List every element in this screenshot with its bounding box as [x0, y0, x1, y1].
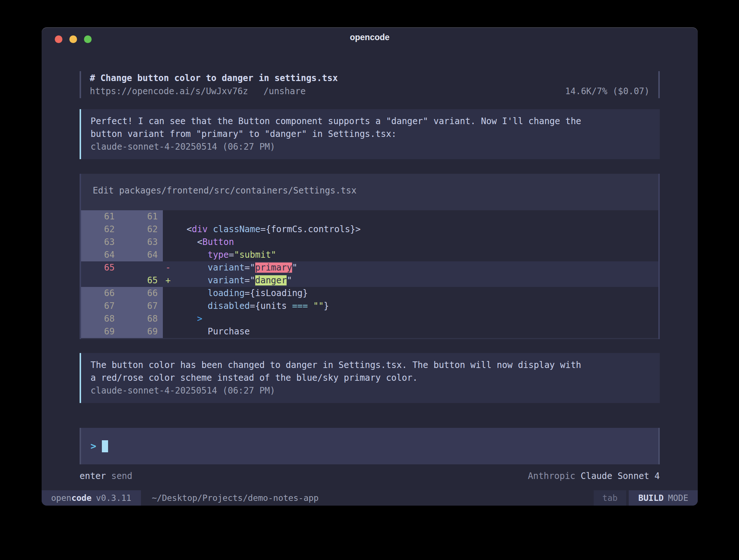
message-text: button variant from "primary" to "danger…	[91, 128, 651, 141]
message-text: Perfect! I can see that the Button compo…	[91, 115, 651, 128]
message-text: a red/rose color scheme instead of the b…	[91, 372, 651, 384]
session-header: # Change button color to danger in setti…	[80, 71, 660, 98]
diff-row: 6969 Purchase	[81, 325, 658, 338]
assistant-message: The button color has been changed to dan…	[80, 353, 660, 403]
share-url[interactable]: https://opencode.ai/s/UwJxv76z	[90, 85, 248, 98]
model-label: Claude Sonnet 4	[581, 470, 660, 482]
diff-row: 6464 type="submit"	[81, 249, 658, 261]
diff-rows: 61616262 <div className={formCs.controls…	[81, 210, 658, 338]
tab-key-hint: tab	[594, 490, 627, 506]
working-directory: ~/Desktop/Projects/demo-notes-app	[152, 490, 319, 506]
status-bar: opencodev0.3.11 ~/Desktop/Projects/demo-…	[42, 490, 698, 506]
app-name-light: open	[51, 493, 71, 503]
diff-row: 6868 >	[81, 312, 658, 325]
session-title: # Change button color to danger in setti…	[90, 72, 338, 85]
mode-suffix: MODE	[668, 493, 688, 503]
enter-key-hint: enter	[80, 470, 106, 482]
titlebar: opencode	[42, 27, 698, 48]
prompt-input[interactable]: >	[80, 428, 660, 464]
text-cursor	[102, 440, 108, 452]
hint-bar: enter send Anthropic Claude Sonnet 4	[80, 470, 660, 482]
app-name-bold: code	[71, 493, 91, 503]
diff-row: 6666 loading={isLoading}	[81, 287, 658, 300]
diff-row: 6363 <Button	[81, 236, 658, 249]
prompt-symbol: >	[91, 441, 96, 452]
diff-row: 65- variant="primary"	[81, 261, 658, 274]
model-timestamp: claude-sonnet-4-20250514 (06:27 PM)	[91, 384, 651, 397]
send-action-label	[106, 470, 111, 482]
model-label	[575, 470, 581, 482]
send-action-label: send	[111, 470, 133, 482]
model-timestamp: claude-sonnet-4-20250514 (06:27 PM)	[91, 141, 651, 153]
diff-row: 6262 <div className={formCs.controls}>	[81, 223, 658, 236]
mode-name: BUILD	[638, 493, 663, 503]
unshare-command[interactable]: /unshare	[263, 85, 306, 98]
assistant-message: Perfect! I can see that the Button compo…	[80, 109, 660, 159]
main-content: # Change button color to danger in setti…	[42, 71, 698, 482]
message-text: The button color has been changed to dan…	[91, 359, 651, 372]
diff-row: 6161	[81, 210, 658, 223]
token-usage: 14.6K/7% ($0.07)	[565, 85, 650, 98]
edit-file-path: Edit packages/frontend/src/containers/Se…	[81, 185, 658, 196]
diff-row: 6767 disabled={units === ""}	[81, 300, 658, 312]
opencode-window: opencode # Change button color to danger…	[42, 27, 698, 506]
app-version-badge: opencodev0.3.11	[42, 490, 141, 506]
provider-label: Anthropic	[528, 470, 575, 482]
app-version: v0.3.11	[96, 493, 131, 503]
edit-diff-panel: Edit packages/frontend/src/containers/Se…	[80, 174, 660, 339]
window-title: opencode	[42, 32, 698, 42]
diff-row: 65+ variant="danger"	[81, 274, 658, 287]
mode-badge[interactable]: BUILDMODE	[629, 490, 698, 506]
